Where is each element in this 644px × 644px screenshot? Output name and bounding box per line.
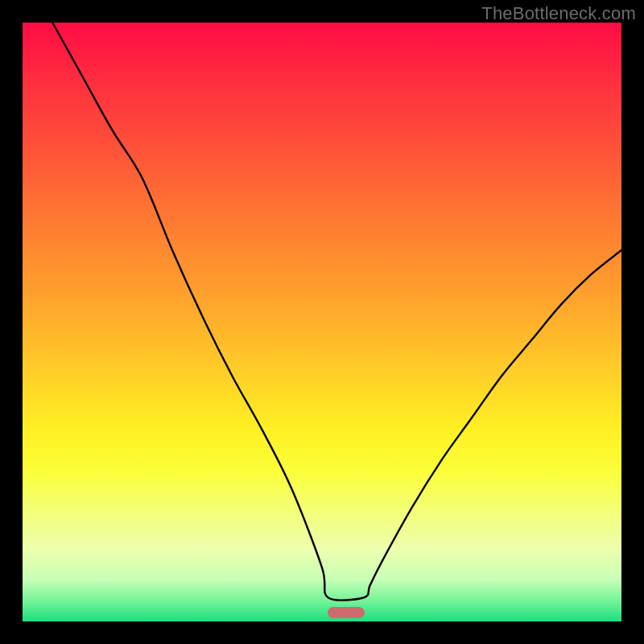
chart-frame: TheBottleneck.com (0, 0, 644, 644)
bottleneck-curve (23, 23, 621, 621)
plot-area (23, 23, 621, 621)
watermark-text: TheBottleneck.com (481, 3, 636, 24)
sweet-spot-marker (328, 607, 365, 618)
